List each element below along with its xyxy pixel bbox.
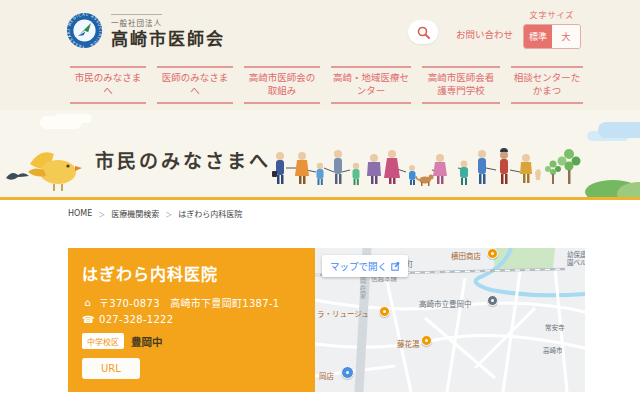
map-panel[interactable]: マップで開く 上豊岡町 横田商店 幼保連携園ベル 信越本線 豊岡在家 ラ・リュー… (315, 248, 585, 392)
site-title: 高崎市医師会 (111, 30, 225, 50)
breadcrumb-separator: ＞ (165, 209, 172, 219)
hero-banner: 市民のみなさまへ (0, 110, 640, 200)
school-district-badge: 中学校区 (82, 333, 124, 349)
poi-marker-yokota[interactable] (487, 248, 498, 259)
page-title: 市民のみなさまへ (95, 146, 271, 173)
map-label-school: 高崎市立豊岡中 (419, 298, 472, 309)
clinic-url-button[interactable]: URL (82, 358, 140, 379)
site-logo[interactable]: TAKASAKI MEDICAL ASSOCIATION 一般社団法人 高崎市医… (66, 11, 225, 50)
nav-item-consultation-center[interactable]: 相談センターたかまつ (511, 66, 583, 104)
map-label-railway: 信越本線 (371, 276, 397, 284)
map-label-lareuge: ラ・リュージュ (317, 308, 369, 319)
poi-marker-bathhouse[interactable] (421, 335, 432, 346)
clinic-address: 〒370-0873 高崎市下豊岡町1387-1 (99, 295, 279, 310)
breadcrumb-search[interactable]: 医療機関検索 (111, 208, 159, 219)
font-size-standard-button[interactable]: 標準 (524, 25, 552, 48)
map-label-oka-store: 岡店 (319, 370, 334, 381)
medical-association-logo-icon: TAKASAKI MEDICAL ASSOCIATION (66, 12, 103, 49)
people-illustration (272, 138, 572, 196)
breadcrumb-home[interactable]: HOME (68, 209, 92, 218)
page: TAKASAKI MEDICAL ASSOCIATION 一般社団法人 高崎市医… (0, 0, 640, 400)
open-in-map-button[interactable]: マップで開く (322, 255, 408, 277)
map-label-temple: 常安寺 (545, 325, 565, 333)
external-link-icon (391, 262, 400, 271)
org-type-label: 一般社団法人 (111, 14, 162, 28)
breadcrumb-current-page: はぎわら内科医院 (178, 208, 242, 219)
cloud-icon (598, 122, 640, 138)
open-in-map-label: マップで開く (330, 259, 387, 273)
poi-marker-lareuge[interactable] (379, 306, 390, 317)
school-district-value: 豊岡中 (131, 334, 163, 349)
tree-and-hill-illustration (555, 140, 640, 198)
font-size-large-button[interactable]: 大 (552, 25, 580, 48)
nav-item-initiatives[interactable]: 高崎市医師会の取組み (244, 66, 320, 104)
main-nav: 市民のみなさまへ 医師のみなさまへ 高崎市医師会の取組み 高崎・地域医療センター… (0, 60, 640, 110)
clinic-phone: 027-328-1222 (99, 314, 173, 325)
poi-marker-oka-store[interactable] (341, 366, 354, 379)
nav-item-doctors[interactable]: 医師のみなさまへ (157, 66, 233, 104)
search-icon (417, 26, 430, 39)
header: TAKASAKI MEDICAL ASSOCIATION 一般社団法人 高崎市医… (0, 0, 640, 60)
cloud-icon (40, 116, 82, 129)
nav-item-nursing-school[interactable]: 高崎市医師会看護専門学校 (422, 66, 500, 104)
clinic-info-card: はぎわら内科医院 ⌂ 〒370-0873 高崎市下豊岡町1387-1 ☎ 027… (68, 248, 315, 392)
home-icon: ⌂ (82, 298, 93, 308)
breadcrumb: HOME ＞ 医療機関検索 ＞ はぎわら内科医院 (68, 208, 242, 219)
map-label-city: 高崎市 (543, 348, 563, 356)
contact-link[interactable]: お問い合わせ (456, 27, 513, 41)
breadcrumb-separator: ＞ (98, 209, 105, 219)
poi-marker-school[interactable] (487, 295, 498, 306)
map-label-kindergarten: 幼保連携園ベル (567, 252, 585, 268)
nav-item-medical-center[interactable]: 高崎・地域医療センター (331, 66, 411, 104)
clinic-name: はぎわら内科医院 (82, 261, 301, 285)
bird-icon (24, 146, 86, 194)
font-size-label: 文字サイズ (523, 9, 581, 20)
map-label-bathhouse: 藤花湯 (397, 338, 420, 349)
search-button[interactable] (408, 20, 438, 44)
nav-item-citizens[interactable]: 市民のみなさまへ (70, 66, 146, 104)
site-titles: 一般社団法人 高崎市医師会 (111, 11, 225, 50)
font-size-control: 文字サイズ 標準 大 (523, 9, 581, 49)
phone-icon: ☎ (82, 315, 93, 325)
map-label-yokota-store: 横田商店 (451, 250, 481, 261)
